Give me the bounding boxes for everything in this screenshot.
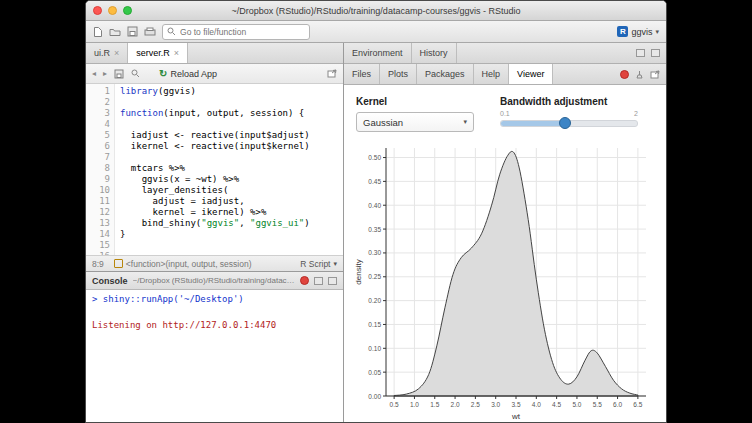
svg-text:0.50: 0.50 bbox=[368, 154, 381, 161]
tab-ui-r[interactable]: ui.R × bbox=[86, 43, 128, 63]
code-line: layer_densities( bbox=[120, 185, 343, 196]
line-number: 14 bbox=[86, 229, 110, 240]
kernel-selected-value: Gaussian bbox=[363, 117, 403, 128]
code-line: } bbox=[120, 229, 343, 240]
svg-text:0.05: 0.05 bbox=[368, 369, 381, 376]
minimize-window-button[interactable] bbox=[108, 6, 117, 15]
svg-text:0.20: 0.20 bbox=[368, 297, 381, 304]
zoom-window-button[interactable] bbox=[123, 6, 132, 15]
shiny-controls: Kernel Gaussian ▾ Bandwidth adjustment 0… bbox=[356, 96, 658, 132]
code-line: mtcars %>% bbox=[120, 163, 343, 174]
save-icon[interactable] bbox=[127, 26, 138, 37]
close-window-button[interactable] bbox=[93, 6, 102, 15]
console-header: Console ~/Dropbox (RStudio)/RStudio/trai… bbox=[86, 272, 343, 290]
popout-icon[interactable] bbox=[327, 69, 337, 78]
bandwidth-label: Bandwidth adjustment bbox=[500, 96, 638, 107]
code-line: adjust = iadjust, bbox=[120, 196, 343, 207]
new-file-icon[interactable] bbox=[93, 26, 103, 38]
kernel-label: Kernel bbox=[356, 96, 474, 107]
code-line: ggvis(x = ~wt) %>% bbox=[120, 174, 343, 185]
svg-text:0.15: 0.15 bbox=[368, 321, 381, 328]
line-number: 12 bbox=[86, 207, 110, 218]
reload-app-button[interactable]: ↻ Reload App bbox=[159, 68, 217, 79]
code-line: kernel = ikernel) %>% bbox=[120, 207, 343, 218]
console-message: Listening on http://127.0.0.1:4470 bbox=[92, 319, 337, 331]
maximize-pane-icon[interactable] bbox=[651, 49, 660, 57]
minimize-pane-icon[interactable] bbox=[636, 49, 645, 57]
open-folder-icon[interactable] bbox=[109, 27, 121, 37]
source-toolbar: ◂ ▸ ↻ Reload App bbox=[86, 64, 343, 84]
source-tabbar: ui.R × server.R × bbox=[86, 43, 343, 64]
back-icon[interactable]: ◂ bbox=[92, 69, 96, 78]
svg-text:0.40: 0.40 bbox=[368, 202, 381, 209]
function-scope-icon bbox=[114, 259, 123, 268]
svg-text:3.5: 3.5 bbox=[511, 401, 520, 408]
goto-file-input[interactable] bbox=[178, 26, 305, 38]
code-line: ikernel <- reactive(input$kernel) bbox=[120, 141, 343, 152]
tab-history[interactable]: History bbox=[412, 43, 457, 63]
scope-selector[interactable]: <function>(input, output, session) bbox=[114, 259, 252, 269]
svg-text:3.0: 3.0 bbox=[491, 401, 500, 408]
code-lines: library(ggvis) function(input, output, s… bbox=[115, 84, 343, 255]
line-number: 1 bbox=[86, 86, 110, 97]
tab-plots[interactable]: Plots bbox=[380, 64, 417, 84]
console-command: > shiny::runApp('~/Desktop') bbox=[92, 293, 337, 305]
minimize-pane-icon[interactable] bbox=[314, 277, 323, 285]
console-output[interactable]: > shiny::runApp('~/Desktop') Listening o… bbox=[86, 290, 343, 423]
svg-text:4.5: 4.5 bbox=[552, 401, 561, 408]
print-icon[interactable] bbox=[144, 27, 156, 37]
line-number: 15 bbox=[86, 240, 110, 251]
tab-packages[interactable]: Packages bbox=[417, 64, 474, 84]
find-icon[interactable] bbox=[131, 69, 140, 78]
doc-type-selector[interactable]: R Script ▾ bbox=[300, 259, 337, 269]
rstudio-window: ~/Dropbox (RStudio)/RStudio/training/dat… bbox=[85, 0, 667, 423]
left-column: ui.R × server.R × ◂ ▸ bbox=[86, 43, 344, 423]
popout-icon[interactable] bbox=[650, 70, 660, 79]
workbench: ui.R × server.R × ◂ ▸ bbox=[86, 43, 666, 423]
maximize-pane-icon[interactable] bbox=[328, 277, 337, 285]
bandwidth-control: Bandwidth adjustment 0.1 2 bbox=[500, 96, 638, 132]
forward-icon[interactable]: ▸ bbox=[103, 69, 107, 78]
viewer-content: Kernel Gaussian ▾ Bandwidth adjustment 0… bbox=[344, 85, 666, 423]
svg-text:0.30: 0.30 bbox=[368, 249, 381, 256]
broom-icon[interactable] bbox=[635, 70, 644, 79]
stop-app-icon[interactable] bbox=[620, 70, 629, 79]
code-editor[interactable]: 12345678910111213141516 library(ggvis) f… bbox=[86, 84, 343, 255]
console-working-directory: ~/Dropbox (RStudio)/RStudio/training/dat… bbox=[133, 276, 295, 285]
slider-min-label: 0.1 bbox=[500, 110, 510, 117]
right-column: Environment History Files Plots P bbox=[344, 43, 666, 423]
tab-files[interactable]: Files bbox=[344, 64, 380, 84]
slider-track[interactable] bbox=[500, 120, 638, 127]
close-icon[interactable]: × bbox=[114, 48, 119, 58]
code-line: function(input, output, session) { bbox=[120, 108, 343, 119]
project-selector[interactable]: R ggvis ▾ bbox=[617, 26, 659, 37]
environment-tabbar: Environment History bbox=[344, 43, 666, 64]
svg-text:0.00: 0.00 bbox=[368, 393, 381, 400]
svg-text:2.5: 2.5 bbox=[471, 401, 480, 408]
save-icon[interactable] bbox=[114, 69, 124, 79]
tab-environment[interactable]: Environment bbox=[344, 43, 412, 63]
goto-file-search[interactable] bbox=[162, 24, 310, 40]
tab-viewer[interactable]: Viewer bbox=[509, 64, 553, 84]
bandwidth-slider[interactable]: 0.1 2 bbox=[500, 120, 638, 127]
slider-fill bbox=[501, 121, 565, 126]
code-line bbox=[120, 119, 343, 130]
svg-text:1.5: 1.5 bbox=[430, 401, 439, 408]
line-number: 3 bbox=[86, 108, 110, 119]
svg-text:density: density bbox=[354, 259, 363, 284]
line-number: 6 bbox=[86, 141, 110, 152]
code-line: iadjust <- reactive(input$adjust) bbox=[120, 130, 343, 141]
console-tab[interactable]: Console bbox=[92, 276, 128, 286]
svg-text:5.0: 5.0 bbox=[572, 401, 581, 408]
line-number: 5 bbox=[86, 130, 110, 141]
search-icon bbox=[167, 27, 175, 36]
tab-server-r[interactable]: server.R × bbox=[128, 43, 188, 63]
project-icon: R bbox=[617, 26, 628, 37]
svg-text:0.25: 0.25 bbox=[368, 273, 381, 280]
svg-text:4.0: 4.0 bbox=[532, 401, 541, 408]
interrupt-r-icon[interactable] bbox=[300, 276, 309, 285]
close-icon[interactable]: × bbox=[174, 48, 179, 58]
kernel-select[interactable]: Gaussian ▾ bbox=[356, 112, 474, 132]
tab-help[interactable]: Help bbox=[474, 64, 510, 84]
slider-handle[interactable] bbox=[559, 117, 571, 129]
